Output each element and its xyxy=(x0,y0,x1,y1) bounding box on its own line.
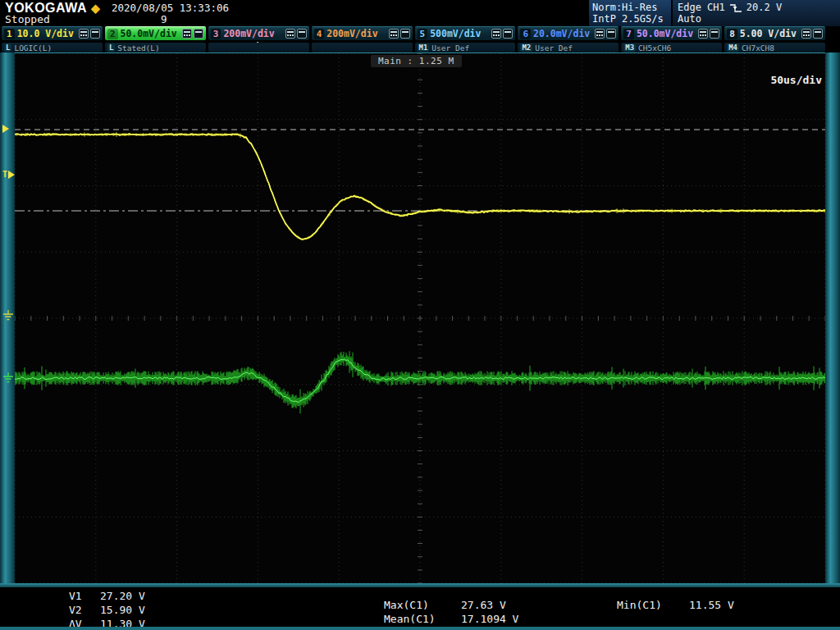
channel-indicator-icons xyxy=(698,29,719,39)
bandwidth-icon xyxy=(400,29,410,39)
channel-box-6[interactable]: 620.0mV/div xyxy=(518,26,619,40)
bandwidth-icon xyxy=(194,29,203,39)
channel-box-8[interactable]: 85.00 V/div xyxy=(724,26,825,40)
sub-key-badge: M2 xyxy=(520,43,532,52)
sub-label: CH5xCH6 xyxy=(638,43,671,52)
sample-rate-text: IntP 2.5GS/s xyxy=(592,13,668,25)
acquisition-status: Stopped xyxy=(5,13,50,25)
measurement-label: V1 xyxy=(69,589,100,603)
dc-coupling-icon xyxy=(389,29,399,39)
bottom-teal-strip xyxy=(0,627,840,630)
sub-channel-strip: LLOGIC(L) LStated(L) M1User Def M2User D… xyxy=(0,43,840,52)
logic-box[interactable]: LLOGIC(L) xyxy=(2,43,103,52)
measurement-value: 27.20 V xyxy=(100,590,145,602)
acquisition-panel[interactable]: Norm:Hi-Res IntP 2.5GS/s xyxy=(589,0,671,26)
channel-number-badge: 1 xyxy=(4,29,15,39)
channel-number-badge: 4 xyxy=(314,29,325,39)
auto-measurements-center: Max(C1)27.63 V Mean(C1)17.1094 V xyxy=(384,598,518,626)
sub-empty-box xyxy=(312,43,413,52)
sub-label: User Def xyxy=(431,43,469,52)
channel-number-badge: 8 xyxy=(727,29,737,39)
dc-coupling-icon xyxy=(698,29,708,39)
sub-key-badge: L xyxy=(4,43,11,52)
bandwidth-icon xyxy=(606,29,616,39)
measurement-label: V2 xyxy=(69,603,100,617)
channel-box-7[interactable]: 750.0mV/div xyxy=(621,26,722,40)
bandwidth-icon xyxy=(813,29,823,39)
channel-box-5[interactable]: 5500mV/div xyxy=(415,26,516,40)
channel-vdiv-label: 200mV/div xyxy=(223,28,274,39)
measurement-label: Mean(C1) xyxy=(384,612,461,626)
sub-label: Stated(L) xyxy=(117,43,159,52)
math4-box[interactable]: M4CH7xCH8 xyxy=(724,43,825,52)
dc-coupling-icon xyxy=(595,29,605,39)
sub-key-badge: M1 xyxy=(418,43,430,52)
measurement-value: 27.63 V xyxy=(461,599,506,611)
measurement-value: 15.90 V xyxy=(100,604,145,616)
sub-label: CH7xCH8 xyxy=(742,43,774,52)
channel-number-badge: 2 xyxy=(107,29,118,39)
frame-left-edge xyxy=(0,51,15,587)
auto-measurements-right: Min(C1)11.55 V xyxy=(617,598,734,612)
measurement-row: Max(C1)27.63 V xyxy=(384,598,518,612)
sub-key-badge: M3 xyxy=(623,43,636,52)
bandwidth-icon xyxy=(297,29,307,39)
channel-box-3[interactable]: 3200mV/div xyxy=(208,26,309,40)
channel-indicator-icons xyxy=(801,29,823,39)
channel-vdiv-label: 50.0mV/div xyxy=(121,28,177,39)
measurement-label: Max(C1) xyxy=(384,598,461,612)
channel-vdiv-label: 20.0mV/div xyxy=(533,28,590,39)
datetime-text: 2020/08/05 13:33:06 xyxy=(112,2,229,14)
math1-box[interactable]: M1User Def xyxy=(415,43,516,52)
math2-box[interactable]: M2User Def xyxy=(518,43,619,52)
measurement-row: Min(C1)11.55 V xyxy=(617,598,734,612)
channel-vdiv-label: 500mV/div xyxy=(430,28,481,39)
sub-key-badge: L xyxy=(107,43,115,52)
waveform-display-area xyxy=(15,53,825,583)
frame-right-edge xyxy=(825,51,840,587)
channel-vdiv-label: 5.00 V/div xyxy=(740,28,797,39)
frame-bottom-edge xyxy=(0,583,840,587)
channel-indicator-icons xyxy=(389,29,410,39)
trigger-level-text: 20.2 V xyxy=(746,2,782,13)
measurement-value: 11.55 V xyxy=(689,599,734,611)
logic-state-box[interactable]: LStated(L) xyxy=(105,43,206,52)
math3-box[interactable]: M3CH5xCH6 xyxy=(621,43,722,52)
dc-coupling-icon xyxy=(79,29,89,39)
bandwidth-icon xyxy=(503,29,513,39)
waveform-svg xyxy=(15,53,825,583)
acquisition-count: 9 xyxy=(161,13,167,25)
channel-number-badge: 6 xyxy=(520,29,531,39)
trigger-source-text: Edge CH1 xyxy=(678,2,725,13)
dc-coupling-icon xyxy=(285,29,295,39)
bandwidth-icon xyxy=(90,29,100,39)
channel-indicator-icons xyxy=(491,29,513,39)
brand-diamond-icon: ◆ xyxy=(91,2,100,15)
channel-vdiv-label: 50.0mV/div xyxy=(637,28,693,39)
header-bar: YOKOGAWA◆ Stopped 2020/08/05 13:33:06 9 … xyxy=(0,0,840,26)
channel-box-2[interactable]: 250.0mV/div xyxy=(105,26,206,40)
sub-label: User Def xyxy=(535,43,573,52)
channel-number-badge: 7 xyxy=(623,29,634,39)
channel-indicator-icons xyxy=(285,29,307,39)
timebase-label: 50us/div xyxy=(770,74,822,86)
sub-key-badge: M4 xyxy=(727,43,739,52)
channel-strip: 110.0 V/div 250.0mV/div 3200mV/div 4200m… xyxy=(0,26,840,42)
channel-box-4[interactable]: 4200mV/div xyxy=(312,26,413,40)
channel-number-badge: 5 xyxy=(418,29,428,39)
cursor-measurements: V127.20 V V215.90 V ΔV11.30 V xyxy=(69,589,145,630)
dc-coupling-icon xyxy=(801,29,811,39)
sub-empty-box xyxy=(208,43,309,52)
trigger-mode-text: Auto xyxy=(678,13,835,25)
channel-indicator-icons xyxy=(182,29,203,39)
acq-mode-text: Norm:Hi-Res xyxy=(592,2,668,13)
channel-indicator-icons xyxy=(79,29,100,39)
record-length-badge: Main : 1.25 M xyxy=(371,55,462,67)
channel-number-badge: 3 xyxy=(211,29,221,39)
dc-coupling-icon xyxy=(182,29,192,39)
trigger-panel[interactable]: Edge CH1 20.2 V Auto xyxy=(673,0,840,26)
falling-edge-icon xyxy=(729,2,742,13)
channel-box-1[interactable]: 110.0 V/div xyxy=(2,26,103,40)
channel-indicator-icons xyxy=(595,29,616,39)
channel-vdiv-label: 200mV/div xyxy=(326,28,377,39)
